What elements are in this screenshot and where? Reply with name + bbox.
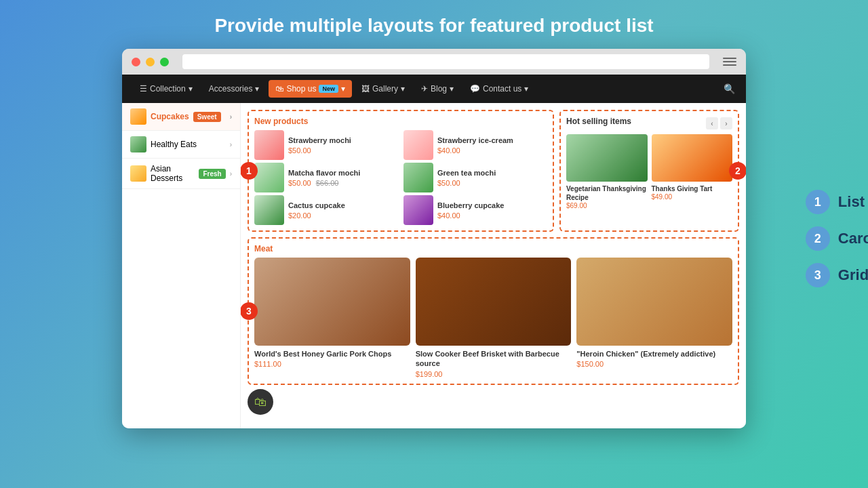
badge-number-2: 2 (729, 162, 746, 180)
legend-item-list: 1 List (806, 190, 868, 214)
legend-label-carousel: Carousel (838, 230, 868, 247)
contact-icon: 💬 (470, 84, 480, 94)
browser-window: ☰ Collection ▾ Accessories ▾ 🛍 Shop us N… (122, 49, 746, 428)
product-thumbnail (254, 163, 284, 192)
hot-product-price: $49.00 (652, 193, 733, 201)
meat-product-price: $199.00 (416, 370, 572, 378)
legend: 1 List 2 Carousel 3 Grid (806, 190, 868, 287)
new-products-panel: 1 New products Strawberry mochi $50.00 (248, 110, 554, 232)
collection-icon: ☰ (140, 84, 147, 94)
maximize-button[interactable] (160, 58, 169, 66)
legend-label-list: List (838, 193, 865, 211)
hot-selling-title: Hot selling items (566, 117, 631, 126)
product-name: Blueberry cupcake (437, 201, 547, 210)
product-info: Strawberry mochi $50.00 (288, 136, 398, 155)
hot-product-name: Thanks Giving Tart (652, 184, 733, 193)
product-price: $40.00 (437, 211, 547, 220)
badge-number-1: 1 (241, 162, 258, 180)
top-panels-row: 1 New products Strawberry mochi $50.00 (248, 110, 739, 232)
product-price: $20.00 (288, 211, 398, 220)
nav-shop-us[interactable]: 🛍 Shop us New ▾ (269, 80, 352, 98)
meat-item: Slow Cooker Beef Brisket with Barbecue s… (416, 258, 572, 378)
content-area: Cupcakes Sweet › Healthy Eats › Asian De… (122, 103, 746, 428)
product-info: Cactus cupcake $20.00 (288, 201, 398, 220)
meat-product-image (576, 258, 732, 346)
carousel-prev-button[interactable]: ‹ (706, 117, 718, 129)
list-item: Matcha flavor mochi $50.00 $66.00 (254, 163, 398, 192)
search-icon[interactable]: 🔍 (724, 83, 735, 94)
list-item: Green tea mochi $50.00 (403, 163, 547, 192)
product-list: Strawberry mochi $50.00 Strawberry ice-c… (254, 130, 547, 225)
sidebar-item-cupcakes[interactable]: Cupcakes Sweet › (122, 103, 240, 131)
meat-product-name: World's Best Honey Garlic Pork Chops (254, 349, 410, 359)
product-thumbnail (254, 195, 284, 225)
product-info: Matcha flavor mochi $50.00 $66.00 (288, 168, 398, 187)
sidebar: Cupcakes Sweet › Healthy Eats › Asian De… (122, 103, 241, 428)
chevron-icon: ▾ (255, 84, 259, 94)
meat-product-image (416, 258, 572, 346)
legend-badge-3: 3 (806, 263, 830, 287)
nav-collection[interactable]: ☰ Collection ▾ (133, 80, 199, 98)
hot-product-image (566, 134, 648, 182)
product-thumbnail (403, 163, 433, 192)
page-title: Provide multiple layouts for featured pr… (214, 0, 653, 49)
product-name: Matcha flavor mochi (288, 168, 398, 178)
meat-product-price: $111.00 (254, 360, 410, 368)
address-bar[interactable] (182, 54, 709, 69)
product-thumbnail (254, 130, 284, 160)
nav-blog[interactable]: ✈ Blog ▾ (414, 80, 460, 98)
product-thumbnail (403, 130, 433, 160)
chevron-icon: ▾ (189, 84, 193, 94)
meat-item: World's Best Honey Garlic Pork Chops $11… (254, 258, 410, 378)
legend-badge-2: 2 (806, 226, 830, 251)
gallery-icon: 🖼 (361, 84, 370, 94)
legend-label-grid: Grid (838, 266, 868, 284)
nav-gallery[interactable]: 🖼 Gallery ▾ (355, 80, 412, 98)
hot-product-item: Vegetarian Thanksgiving Recipe $69.00 (566, 134, 648, 209)
chevron-icon: ▾ (524, 84, 528, 94)
legend-item-grid: 3 Grid (806, 263, 868, 287)
list-item: Blueberry cupcake $40.00 (403, 195, 547, 225)
sidebar-img-healthy (130, 136, 146, 152)
hot-product-image (652, 134, 733, 182)
shop-icon: 🛍 (275, 84, 283, 94)
meat-product-name: Slow Cooker Beef Brisket with Barbecue s… (416, 349, 572, 369)
product-info: Strawberry ice-cream $40.00 (437, 136, 547, 155)
shopify-badge: 🛍 (248, 389, 273, 415)
carousel-next-button[interactable]: › (720, 117, 732, 129)
sidebar-img-asian (130, 165, 146, 182)
close-button[interactable] (132, 58, 140, 66)
legend-item-carousel: 2 Carousel (806, 226, 868, 251)
nav-accessories[interactable]: Accessories ▾ (202, 80, 267, 98)
chevron-icon: ▾ (341, 84, 345, 94)
product-price: $50.00 (288, 146, 398, 155)
meat-title: Meat (254, 244, 732, 253)
meat-panel: 3 Meat World's Best Honey Garlic Pork Ch… (248, 237, 739, 385)
product-price: $40.00 (437, 146, 547, 155)
hot-selling-panel: 2 Hot selling items ‹ › Vegetarian Th (559, 110, 739, 232)
hot-products-grid: Vegetarian Thanksgiving Recipe $69.00 Th… (566, 134, 732, 209)
meat-item: "Heroin Chicken" (Extremely addictive) $… (576, 258, 732, 378)
hot-product-item: Thanks Giving Tart $49.00 (652, 134, 733, 209)
chevron-icon: ▾ (401, 84, 405, 94)
blog-icon: ✈ (421, 84, 428, 94)
new-products-title: New products (254, 117, 547, 126)
sidebar-img-cupcakes (130, 108, 146, 125)
sidebar-item-asian[interactable]: Asian Desserts Fresh › (122, 159, 240, 189)
minimize-button[interactable] (146, 58, 155, 66)
chevron-icon: ▾ (450, 84, 454, 94)
browser-titlebar (122, 49, 746, 75)
meat-grid: World's Best Honey Garlic Pork Chops $11… (254, 258, 732, 378)
product-info: Green tea mochi $50.00 (437, 168, 547, 187)
product-name: Cactus cupcake (288, 201, 398, 210)
chevron-right-icon: › (230, 170, 232, 178)
meat-product-name: "Heroin Chicken" (Extremely addictive) (576, 349, 732, 359)
hot-product-name: Vegetarian Thanksgiving Recipe (566, 184, 648, 202)
browser-menu-icon[interactable] (723, 58, 736, 66)
nav-contact[interactable]: 💬 Contact us ▾ (463, 80, 535, 98)
list-item: Cactus cupcake $20.00 (254, 195, 398, 225)
product-info: Blueberry cupcake $40.00 (437, 201, 547, 220)
sidebar-item-healthy[interactable]: Healthy Eats › (122, 131, 240, 159)
badge-number-3: 3 (241, 302, 258, 320)
meat-product-image (254, 258, 410, 346)
